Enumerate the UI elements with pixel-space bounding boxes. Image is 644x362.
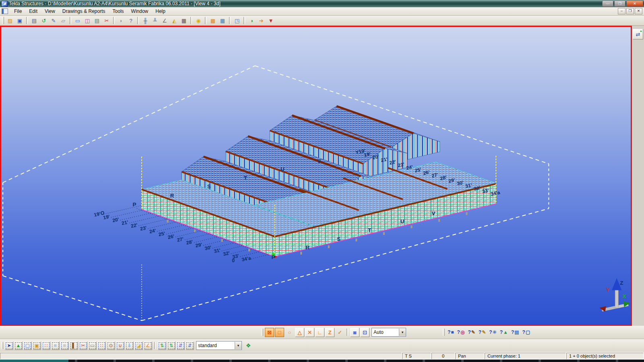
svg-text:Y: Y — [606, 288, 609, 293]
steel-structure-model[interactable] — [142, 106, 496, 258]
inquire-weld-icon[interactable]: ?✎ — [477, 328, 487, 337]
export-icon[interactable]: ➔ — [257, 16, 266, 25]
select-points-icon[interactable]: ∷ — [42, 341, 50, 350]
component-toolbar-icon[interactable]: ▼ — [266, 16, 275, 25]
select-cuts-icon[interactable]: ✂ — [79, 341, 87, 350]
snap-extension-points-icon[interactable]: Z — [325, 328, 334, 337]
inquire-object-icon[interactable]: ?■ — [446, 328, 455, 337]
select-parts-icon[interactable]: ▲ — [14, 341, 23, 350]
child-close-button[interactable]: ✕ — [635, 8, 642, 14]
component-catalog-button[interactable]: ⇄ — [633, 29, 643, 39]
restore-button[interactable]: ❐ — [614, 0, 625, 7]
menu-bar: FileEditViewDrawings & ReportsToolsWindo… — [0, 7, 644, 16]
phase-filter-icon[interactable]: ❖ — [244, 341, 253, 350]
selection-toolbar-grip[interactable] — [1, 342, 3, 349]
inquire-component-icon[interactable]: ?✳ — [488, 328, 497, 337]
select-welds-icon[interactable]: ∪ — [116, 341, 124, 350]
select-columns-icon[interactable]: ▌ — [70, 341, 78, 350]
create-point-icon[interactable]: ◉ — [194, 16, 203, 25]
select-all-icon[interactable]: ➤ — [5, 341, 13, 350]
snap-geometry-points-icon[interactable]: □ — [275, 328, 284, 337]
select-grid-lines-icon[interactable]: ⌗ — [60, 341, 69, 350]
select-components-icon[interactable]: ⇅ — [158, 341, 166, 350]
report-icon[interactable]: ✎ — [49, 16, 58, 25]
copy-icon[interactable]: ▤ — [30, 16, 39, 25]
inquire-toolbar-grip[interactable] — [443, 329, 445, 336]
snap-free-icon[interactable]: ✓ — [335, 328, 345, 337]
snap-intersection-points-icon[interactable]: ✕ — [305, 328, 314, 337]
inquire-point-icon[interactable]: ?◎ — [456, 328, 466, 337]
snap-mode-select[interactable]: Auto ▼ — [372, 328, 406, 337]
inquire-assembly-icon[interactable]: ?▲ — [499, 328, 509, 337]
snap-reference-points-icon[interactable]: ⊠ — [265, 328, 274, 337]
selection-filter-dropdown-arrow[interactable]: ▼ — [235, 342, 242, 349]
snap-override-plane-icon[interactable]: ⊡ — [360, 328, 369, 337]
create-grid-icon[interactable]: ╫ — [141, 16, 150, 25]
select-bolt-groups-icon[interactable]: ∷ — [97, 341, 106, 350]
select-grids-icon[interactable]: ⌗ — [51, 341, 60, 350]
undo-icon[interactable]: ↺ — [39, 16, 48, 25]
toolbar-separator — [137, 17, 139, 24]
open-model-icon[interactable]: ▨ — [6, 16, 14, 25]
svg-text:V: V — [432, 211, 436, 217]
view-list-icon[interactable]: ▤ — [93, 16, 101, 25]
select-planes-icon[interactable]: ◪ — [134, 341, 143, 350]
snap-nearest-points-icon[interactable]: ○ — [285, 328, 294, 337]
menu-tools[interactable]: Tools — [109, 8, 128, 15]
selection-filter-select[interactable]: standard ▼ — [196, 341, 242, 350]
select-objects-in-components-icon[interactable]: ⇵ — [176, 341, 185, 350]
menu-edit[interactable]: Edit — [25, 8, 41, 15]
view-properties-icon[interactable]: ◫ — [83, 16, 92, 25]
select-objects-in-assemblies-icon[interactable]: ⇵ — [186, 341, 194, 350]
standard-toolbar: ▨▣▤↺✎▱▭◫▤✂◗?╫╨∠◭▦◉▩▦◳◑➔▼ — [0, 16, 644, 26]
world-link-icon[interactable]: ◑ — [247, 16, 256, 25]
copy-special-icon[interactable]: ▩ — [208, 16, 217, 25]
snap-toolbar-grip[interactable] — [261, 329, 263, 336]
cut-icon[interactable]: ✂ — [102, 16, 111, 25]
snap-perpendicular-points-icon[interactable]: ∟ — [315, 328, 324, 337]
minimize-button[interactable]: — — [602, 0, 613, 7]
snap-mode-dropdown-arrow[interactable]: ▼ — [399, 329, 406, 336]
menu-help[interactable]: Help — [152, 8, 169, 15]
select-shapes-icon[interactable]: ▣ — [33, 341, 41, 350]
select-surfaces-icon[interactable]: ▢ — [23, 341, 32, 350]
create-gridline-icon[interactable]: ╨ — [151, 16, 159, 25]
select-distances-icon[interactable]: ⇩ — [125, 341, 134, 350]
snap-any-position-icon[interactable]: △ — [295, 328, 304, 337]
menu-file[interactable]: File — [10, 8, 25, 15]
menu-drawings-reports[interactable]: Drawings & Reports — [59, 8, 109, 15]
erase-icon[interactable]: ◗ — [117, 16, 126, 25]
measure-icon[interactable]: ∠ — [160, 16, 169, 25]
screenshot-icon[interactable]: ◳ — [233, 16, 242, 25]
child-restore-button[interactable]: ❐ — [626, 8, 634, 14]
status-ts: T S — [402, 353, 431, 359]
inquire-help-icon[interactable]: ? — [126, 16, 135, 25]
title-bar: ◢ Tekla Structures - D:\Modeller\Kursunl… — [0, 0, 644, 7]
child-minimize-button[interactable]: – — [618, 8, 625, 14]
inquire-drawing-icon[interactable]: ?▢ — [521, 328, 532, 337]
schedule-icon[interactable]: ▦ — [218, 16, 227, 25]
svg-text:19': 19' — [93, 211, 101, 218]
svg-text:O: O — [101, 211, 105, 216]
create-frame-icon[interactable]: ▦ — [180, 16, 188, 25]
delete-icon[interactable]: ▱ — [59, 16, 68, 25]
close-button[interactable]: ✕ — [626, 0, 643, 7]
model-view-3d[interactable]: 19'19'20'21'22'23'24'25'26'27'28'29'30'3… — [0, 26, 632, 326]
taskbar-sliver — [0, 360, 644, 362]
save-model-icon[interactable]: ▣ — [15, 16, 24, 25]
inquire-bolt-icon[interactable]: ?✎ — [466, 328, 476, 337]
snap-override-depth-icon[interactable]: ◙ — [350, 328, 359, 337]
inquire-phase-icon[interactable]: ?▤ — [510, 328, 520, 337]
select-single-bolts-icon[interactable]: ⊙ — [107, 341, 115, 350]
select-assemblies-icon[interactable]: ⇅ — [167, 341, 175, 350]
toolbar-grip[interactable] — [2, 17, 4, 24]
menu-window[interactable]: Window — [128, 8, 152, 15]
svg-text:T: T — [244, 175, 247, 181]
child-window-icon[interactable] — [2, 8, 8, 14]
model-canvas[interactable]: 19'19'20'21'22'23'24'25'26'27'28'29'30'3… — [1, 27, 631, 325]
new-view-icon[interactable]: ▭ — [73, 16, 82, 25]
select-construction-lines-icon[interactable]: ∠ — [144, 341, 152, 350]
measure-angle-icon[interactable]: ◭ — [170, 16, 179, 25]
menu-view[interactable]: View — [41, 8, 59, 15]
select-views-icon[interactable]: ▭ — [88, 341, 97, 350]
